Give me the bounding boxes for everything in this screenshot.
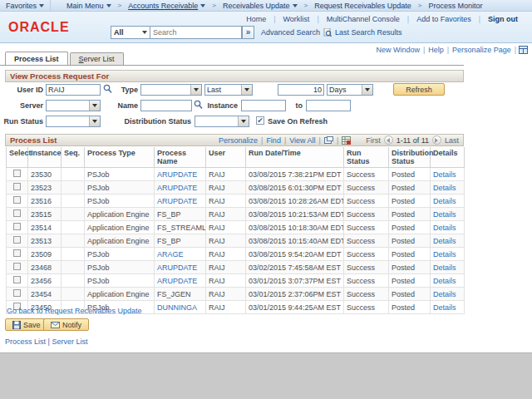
- process-name-cell[interactable]: ARUPDATE: [155, 168, 206, 181]
- process-name-cell[interactable]: ARUPDATE: [155, 261, 206, 274]
- advanced-search-link[interactable]: Advanced Search: [261, 28, 320, 37]
- details-link[interactable]: Details: [433, 210, 456, 219]
- notify-button[interactable]: Notify: [43, 318, 89, 331]
- tab-server-list[interactable]: Server List: [70, 52, 124, 65]
- details-link[interactable]: Details: [433, 250, 456, 259]
- col-run-datetime: Run Date/Time: [246, 147, 344, 168]
- go-back-link[interactable]: Go back to Request Receivables Update: [7, 307, 142, 315]
- breadcrumb-item-receivables-update[interactable]: Receivables Update: [217, 0, 303, 12]
- multichannel-console-link[interactable]: MultiChannel Console: [319, 15, 407, 23]
- instance-label: Instance: [206, 101, 238, 110]
- process-list-header-bar: Process List Personalize| Find| View All…: [5, 134, 464, 146]
- process-name-cell[interactable]: ARUPDATE: [155, 274, 206, 288]
- bottom-server-list-link[interactable]: Server List: [52, 337, 87, 346]
- distribution-status-cell: Posted: [389, 288, 431, 301]
- find-link[interactable]: Find: [266, 136, 281, 145]
- col-process-type: Process Type: [85, 147, 155, 168]
- zoom-grid-icon[interactable]: [324, 136, 333, 144]
- details-link[interactable]: Details: [433, 170, 456, 179]
- breadcrumb-item-accounts-receivable[interactable]: Accounts Receivable: [122, 0, 211, 12]
- col-run-status: Run Status: [344, 147, 389, 168]
- row-select-checkbox[interactable]: [13, 276, 21, 283]
- run-datetime-cell: 03/08/2015 7:38:21PM EDT: [246, 168, 344, 181]
- details-link[interactable]: Details: [433, 184, 456, 192]
- user-id-input[interactable]: [46, 84, 101, 96]
- row-select-checkbox[interactable]: [13, 223, 21, 230]
- process-name-cell: FS_JGEN: [155, 288, 206, 301]
- search-go-button[interactable]: »: [242, 26, 254, 39]
- details-link[interactable]: Details: [433, 264, 456, 272]
- table-row: 23509 PSJob ARAGE RAIJ 03/08/2015 9:54:2…: [7, 248, 465, 261]
- details-link[interactable]: Details: [433, 290, 456, 298]
- last-search-results-icon: [323, 28, 332, 37]
- table-row: 23516 PSJob ARUPDATE RAIJ 03/08/2015 10:…: [7, 195, 465, 208]
- view-process-request-header: View Process Request For: [5, 70, 464, 82]
- last-search-results-link[interactable]: Last Search Results: [335, 28, 402, 37]
- details-link[interactable]: Details: [433, 237, 456, 245]
- search-input[interactable]: [150, 26, 242, 39]
- search-scope-dropdown[interactable]: All: [111, 26, 150, 39]
- row-select-checkbox[interactable]: [13, 289, 21, 297]
- instance-from-input[interactable]: [241, 100, 286, 111]
- view-all-link[interactable]: View All: [289, 136, 315, 145]
- row-select-checkbox[interactable]: [13, 196, 21, 204]
- chevron-down-icon: [142, 31, 147, 34]
- process-type-cell: PSJob: [85, 274, 155, 288]
- save-button[interactable]: Save: [5, 318, 48, 331]
- worklist-link[interactable]: Worklist: [276, 15, 318, 23]
- bottom-process-list-link[interactable]: Process List: [5, 337, 46, 346]
- server-dropdown[interactable]: [46, 100, 101, 111]
- row-select-checkbox[interactable]: [13, 263, 21, 270]
- chevron-down-icon: [241, 120, 246, 123]
- download-spreadsheet-icon[interactable]: [342, 136, 351, 145]
- breadcrumb-item-process-monitor[interactable]: Process Monitor: [422, 0, 488, 12]
- main-menu[interactable]: Main Menu: [61, 0, 117, 12]
- row-select-checkbox[interactable]: [13, 209, 21, 217]
- row-select-checkbox[interactable]: [13, 236, 21, 244]
- run-datetime-cell: 03/08/2015 10:18:30AM EDT: [246, 221, 344, 234]
- seq-cell: [62, 195, 85, 208]
- type-label: Type: [100, 86, 138, 94]
- user-cell: RAIJ: [206, 221, 246, 234]
- save-on-refresh-checkbox[interactable]: ✔: [256, 116, 264, 125]
- refresh-button[interactable]: Refresh: [393, 83, 445, 96]
- home-link[interactable]: Home: [239, 15, 273, 23]
- instance-cell: 23513: [28, 234, 62, 248]
- row-select-checkbox[interactable]: [13, 249, 21, 257]
- process-name-cell[interactable]: ARUPDATE: [155, 195, 206, 208]
- process-name-cell[interactable]: DUNNINGA: [155, 301, 206, 314]
- distribution-status-dropdown[interactable]: [195, 116, 249, 127]
- breadcrumb-item-request-receivables-update[interactable]: Request Receivables Update: [308, 0, 417, 12]
- favorites-menu[interactable]: Favorites: [0, 0, 51, 12]
- days-unit-dropdown[interactable]: Days: [327, 84, 373, 96]
- run-status-cell: Success: [344, 168, 389, 181]
- row-select-checkbox[interactable]: [13, 170, 21, 177]
- details-link[interactable]: Details: [433, 224, 456, 232]
- distribution-status-cell: Posted: [389, 195, 431, 208]
- row-select-checkbox[interactable]: [13, 183, 21, 190]
- pager-next-button[interactable]: [432, 135, 441, 145]
- details-link[interactable]: Details: [433, 303, 456, 312]
- personalize-link[interactable]: Personalize: [219, 136, 258, 145]
- details-link[interactable]: Details: [433, 197, 456, 205]
- process-name-cell[interactable]: ARUPDATE: [155, 181, 206, 195]
- instance-to-input[interactable]: [306, 100, 351, 111]
- type-dropdown[interactable]: [140, 84, 202, 96]
- run-status-dropdown[interactable]: [46, 116, 101, 127]
- last-dropdown[interactable]: Last: [204, 84, 253, 96]
- add-to-favorites-link[interactable]: Add to Favorites: [409, 15, 479, 23]
- days-count-input[interactable]: [278, 84, 324, 96]
- tab-process-list[interactable]: Process List: [5, 52, 68, 65]
- breadcrumb-separator: >: [117, 2, 123, 9]
- page-grid-icon[interactable]: [519, 46, 528, 54]
- pager-previous-button[interactable]: [384, 135, 393, 145]
- sign-out-link[interactable]: Sign out: [480, 15, 525, 23]
- user-cell: RAIJ: [206, 208, 246, 221]
- process-name-cell[interactable]: ARAGE: [155, 248, 206, 261]
- details-link[interactable]: Details: [433, 277, 456, 285]
- name-lookup-icon[interactable]: [194, 100, 203, 110]
- name-input[interactable]: [140, 100, 192, 111]
- header-nav: Home| Worklist| MultiChannel Console| Ad…: [239, 15, 525, 23]
- run-status-cell: Success: [344, 181, 389, 195]
- run-status-label: Run Status: [0, 117, 43, 126]
